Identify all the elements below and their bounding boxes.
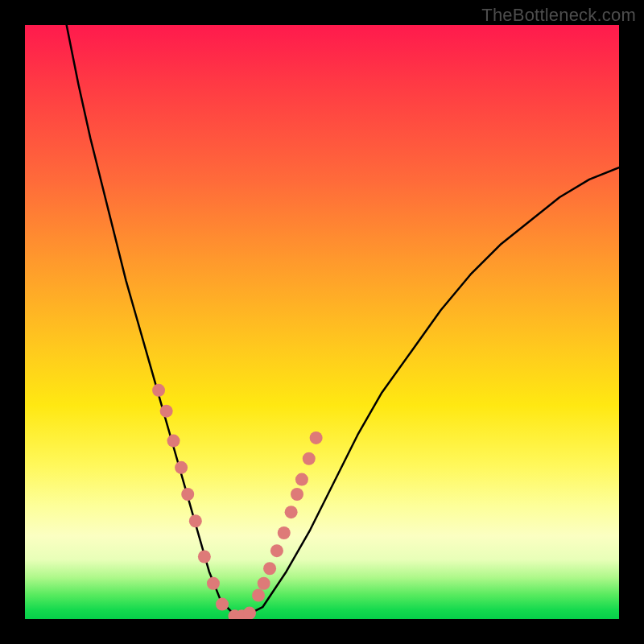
marker-dot <box>198 551 211 564</box>
marker-dot <box>285 506 298 518</box>
marker-dot <box>189 514 202 527</box>
marker-dot <box>295 473 308 486</box>
marker-dot <box>303 452 316 465</box>
marker-dot <box>263 562 276 575</box>
marker-dot <box>270 544 283 557</box>
marker-dot <box>291 488 303 501</box>
marker-dot <box>216 598 229 611</box>
marker-series <box>152 384 323 619</box>
chart-svg <box>25 25 619 619</box>
marker-dot <box>310 431 323 444</box>
curve-series <box>67 25 619 619</box>
marker-dot <box>167 435 180 448</box>
marker-dot <box>278 526 291 539</box>
marker-dot <box>160 405 173 418</box>
marker-dot <box>181 488 194 501</box>
plot-area <box>25 25 619 619</box>
marker-dot <box>175 461 188 474</box>
chart-frame: TheBottleneck.com <box>0 0 644 644</box>
watermark-label: TheBottleneck.com <box>481 5 636 26</box>
marker-dot <box>207 577 220 590</box>
marker-dot <box>152 384 165 397</box>
curve-path <box>67 25 619 619</box>
marker-dot <box>243 607 256 619</box>
marker-dot <box>252 588 265 601</box>
marker-dot <box>258 577 270 590</box>
